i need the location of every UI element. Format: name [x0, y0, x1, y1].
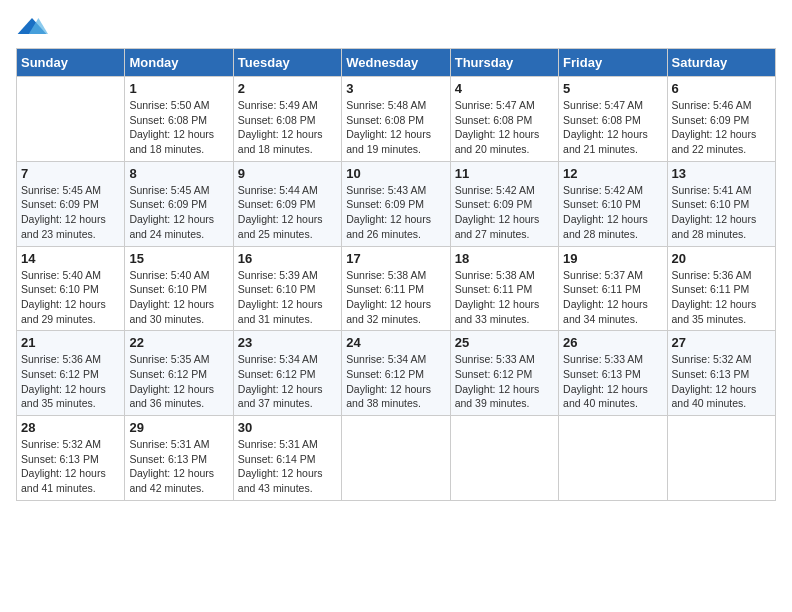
day-info: Sunrise: 5:45 AM Sunset: 6:09 PM Dayligh…: [129, 183, 228, 242]
day-info: Sunrise: 5:38 AM Sunset: 6:11 PM Dayligh…: [346, 268, 445, 327]
logo-icon: [16, 16, 48, 36]
calendar-cell: [559, 416, 667, 501]
day-number: 22: [129, 335, 228, 350]
calendar-cell: 13Sunrise: 5:41 AM Sunset: 6:10 PM Dayli…: [667, 161, 775, 246]
day-number: 4: [455, 81, 554, 96]
calendar-cell: [17, 77, 125, 162]
day-number: 2: [238, 81, 337, 96]
calendar-cell: [450, 416, 558, 501]
day-number: 9: [238, 166, 337, 181]
day-info: Sunrise: 5:42 AM Sunset: 6:10 PM Dayligh…: [563, 183, 662, 242]
calendar-cell: 24Sunrise: 5:34 AM Sunset: 6:12 PM Dayli…: [342, 331, 450, 416]
day-number: 25: [455, 335, 554, 350]
day-number: 1: [129, 81, 228, 96]
calendar-cell: 6Sunrise: 5:46 AM Sunset: 6:09 PM Daylig…: [667, 77, 775, 162]
calendar-cell: 14Sunrise: 5:40 AM Sunset: 6:10 PM Dayli…: [17, 246, 125, 331]
day-info: Sunrise: 5:40 AM Sunset: 6:10 PM Dayligh…: [21, 268, 120, 327]
calendar-cell: 16Sunrise: 5:39 AM Sunset: 6:10 PM Dayli…: [233, 246, 341, 331]
calendar-cell: 21Sunrise: 5:36 AM Sunset: 6:12 PM Dayli…: [17, 331, 125, 416]
day-info: Sunrise: 5:31 AM Sunset: 6:13 PM Dayligh…: [129, 437, 228, 496]
weekday-header-wednesday: Wednesday: [342, 49, 450, 77]
weekday-header-friday: Friday: [559, 49, 667, 77]
calendar-cell: 28Sunrise: 5:32 AM Sunset: 6:13 PM Dayli…: [17, 416, 125, 501]
day-number: 20: [672, 251, 771, 266]
day-info: Sunrise: 5:33 AM Sunset: 6:12 PM Dayligh…: [455, 352, 554, 411]
day-info: Sunrise: 5:36 AM Sunset: 6:11 PM Dayligh…: [672, 268, 771, 327]
day-info: Sunrise: 5:45 AM Sunset: 6:09 PM Dayligh…: [21, 183, 120, 242]
calendar-cell: 11Sunrise: 5:42 AM Sunset: 6:09 PM Dayli…: [450, 161, 558, 246]
day-info: Sunrise: 5:32 AM Sunset: 6:13 PM Dayligh…: [672, 352, 771, 411]
calendar-cell: 5Sunrise: 5:47 AM Sunset: 6:08 PM Daylig…: [559, 77, 667, 162]
calendar-cell: 1Sunrise: 5:50 AM Sunset: 6:08 PM Daylig…: [125, 77, 233, 162]
day-info: Sunrise: 5:47 AM Sunset: 6:08 PM Dayligh…: [455, 98, 554, 157]
day-info: Sunrise: 5:32 AM Sunset: 6:13 PM Dayligh…: [21, 437, 120, 496]
day-number: 18: [455, 251, 554, 266]
day-info: Sunrise: 5:47 AM Sunset: 6:08 PM Dayligh…: [563, 98, 662, 157]
day-number: 12: [563, 166, 662, 181]
day-number: 29: [129, 420, 228, 435]
calendar-cell: 17Sunrise: 5:38 AM Sunset: 6:11 PM Dayli…: [342, 246, 450, 331]
calendar-cell: 19Sunrise: 5:37 AM Sunset: 6:11 PM Dayli…: [559, 246, 667, 331]
day-number: 19: [563, 251, 662, 266]
calendar-cell: 23Sunrise: 5:34 AM Sunset: 6:12 PM Dayli…: [233, 331, 341, 416]
day-info: Sunrise: 5:37 AM Sunset: 6:11 PM Dayligh…: [563, 268, 662, 327]
day-info: Sunrise: 5:40 AM Sunset: 6:10 PM Dayligh…: [129, 268, 228, 327]
calendar-table: SundayMondayTuesdayWednesdayThursdayFrid…: [16, 48, 776, 501]
calendar-cell: 27Sunrise: 5:32 AM Sunset: 6:13 PM Dayli…: [667, 331, 775, 416]
day-info: Sunrise: 5:39 AM Sunset: 6:10 PM Dayligh…: [238, 268, 337, 327]
weekday-header-thursday: Thursday: [450, 49, 558, 77]
calendar-week-row: 28Sunrise: 5:32 AM Sunset: 6:13 PM Dayli…: [17, 416, 776, 501]
day-number: 11: [455, 166, 554, 181]
day-info: Sunrise: 5:48 AM Sunset: 6:08 PM Dayligh…: [346, 98, 445, 157]
day-number: 23: [238, 335, 337, 350]
day-info: Sunrise: 5:31 AM Sunset: 6:14 PM Dayligh…: [238, 437, 337, 496]
day-number: 6: [672, 81, 771, 96]
day-info: Sunrise: 5:44 AM Sunset: 6:09 PM Dayligh…: [238, 183, 337, 242]
day-info: Sunrise: 5:33 AM Sunset: 6:13 PM Dayligh…: [563, 352, 662, 411]
calendar-cell: 12Sunrise: 5:42 AM Sunset: 6:10 PM Dayli…: [559, 161, 667, 246]
weekday-header-saturday: Saturday: [667, 49, 775, 77]
calendar-cell: 22Sunrise: 5:35 AM Sunset: 6:12 PM Dayli…: [125, 331, 233, 416]
logo: [16, 16, 52, 36]
day-info: Sunrise: 5:41 AM Sunset: 6:10 PM Dayligh…: [672, 183, 771, 242]
day-info: Sunrise: 5:34 AM Sunset: 6:12 PM Dayligh…: [346, 352, 445, 411]
day-number: 16: [238, 251, 337, 266]
day-info: Sunrise: 5:46 AM Sunset: 6:09 PM Dayligh…: [672, 98, 771, 157]
day-number: 8: [129, 166, 228, 181]
day-number: 24: [346, 335, 445, 350]
day-info: Sunrise: 5:42 AM Sunset: 6:09 PM Dayligh…: [455, 183, 554, 242]
calendar-cell: [342, 416, 450, 501]
day-number: 27: [672, 335, 771, 350]
weekday-header-tuesday: Tuesday: [233, 49, 341, 77]
day-number: 15: [129, 251, 228, 266]
calendar-cell: 9Sunrise: 5:44 AM Sunset: 6:09 PM Daylig…: [233, 161, 341, 246]
calendar-cell: 25Sunrise: 5:33 AM Sunset: 6:12 PM Dayli…: [450, 331, 558, 416]
day-number: 14: [21, 251, 120, 266]
day-number: 17: [346, 251, 445, 266]
calendar-cell: [667, 416, 775, 501]
calendar-cell: 2Sunrise: 5:49 AM Sunset: 6:08 PM Daylig…: [233, 77, 341, 162]
calendar-cell: 3Sunrise: 5:48 AM Sunset: 6:08 PM Daylig…: [342, 77, 450, 162]
calendar-cell: 30Sunrise: 5:31 AM Sunset: 6:14 PM Dayli…: [233, 416, 341, 501]
calendar-cell: 4Sunrise: 5:47 AM Sunset: 6:08 PM Daylig…: [450, 77, 558, 162]
calendar-header-row: SundayMondayTuesdayWednesdayThursdayFrid…: [17, 49, 776, 77]
day-number: 30: [238, 420, 337, 435]
day-number: 5: [563, 81, 662, 96]
calendar-cell: 29Sunrise: 5:31 AM Sunset: 6:13 PM Dayli…: [125, 416, 233, 501]
calendar-week-row: 1Sunrise: 5:50 AM Sunset: 6:08 PM Daylig…: [17, 77, 776, 162]
calendar-week-row: 21Sunrise: 5:36 AM Sunset: 6:12 PM Dayli…: [17, 331, 776, 416]
weekday-header-sunday: Sunday: [17, 49, 125, 77]
calendar-week-row: 14Sunrise: 5:40 AM Sunset: 6:10 PM Dayli…: [17, 246, 776, 331]
day-number: 10: [346, 166, 445, 181]
calendar-cell: 26Sunrise: 5:33 AM Sunset: 6:13 PM Dayli…: [559, 331, 667, 416]
calendar-cell: 7Sunrise: 5:45 AM Sunset: 6:09 PM Daylig…: [17, 161, 125, 246]
calendar-cell: 20Sunrise: 5:36 AM Sunset: 6:11 PM Dayli…: [667, 246, 775, 331]
calendar-cell: 15Sunrise: 5:40 AM Sunset: 6:10 PM Dayli…: [125, 246, 233, 331]
day-number: 21: [21, 335, 120, 350]
day-info: Sunrise: 5:43 AM Sunset: 6:09 PM Dayligh…: [346, 183, 445, 242]
day-info: Sunrise: 5:36 AM Sunset: 6:12 PM Dayligh…: [21, 352, 120, 411]
day-number: 7: [21, 166, 120, 181]
calendar-cell: 8Sunrise: 5:45 AM Sunset: 6:09 PM Daylig…: [125, 161, 233, 246]
day-info: Sunrise: 5:38 AM Sunset: 6:11 PM Dayligh…: [455, 268, 554, 327]
calendar-cell: 18Sunrise: 5:38 AM Sunset: 6:11 PM Dayli…: [450, 246, 558, 331]
